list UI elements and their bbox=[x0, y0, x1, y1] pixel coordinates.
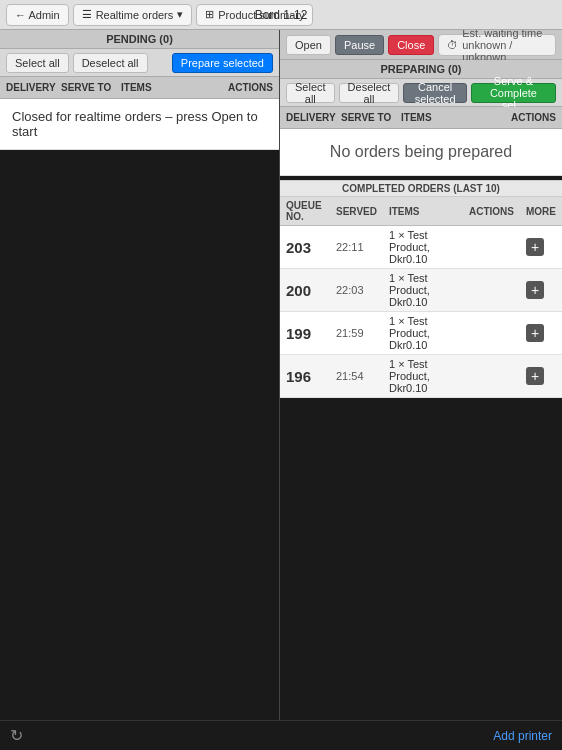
left-col-headers: DELIVERY SERVE TO ITEMS ACTIONS bbox=[0, 77, 279, 99]
dropdown-icon: ▾ bbox=[177, 8, 183, 21]
right-col-serve-to: SERVE TO bbox=[341, 112, 401, 123]
items-cell: 1 × Test Product, Dkr0.10 bbox=[383, 312, 463, 355]
table-row: 199 21:59 1 × Test Product, Dkr0.10 + bbox=[280, 312, 562, 355]
right-select-all-button[interactable]: Select all bbox=[286, 83, 335, 103]
table-row: 200 22:03 1 × Test Product, Dkr0.10 + bbox=[280, 269, 562, 312]
actions-cell bbox=[463, 355, 520, 398]
product-summary-button[interactable]: ⊞ Product summary bbox=[196, 4, 313, 26]
close-button[interactable]: Close bbox=[388, 35, 434, 55]
col-items-header: ITEMS bbox=[383, 197, 463, 226]
closed-message: Closed for realtime orders – press Open … bbox=[0, 99, 279, 150]
est-waiting-display: ⏱ Est. waiting time unknown / unknown bbox=[438, 34, 556, 56]
actions-cell bbox=[463, 269, 520, 312]
more-button-0[interactable]: + bbox=[526, 238, 544, 256]
queue-no-cell: 199 bbox=[280, 312, 330, 355]
items-cell: 1 × Test Product, Dkr0.10 bbox=[383, 355, 463, 398]
admin-button[interactable]: ← Admin bbox=[6, 4, 69, 26]
left-col-serve-to: SERVE TO bbox=[61, 82, 121, 93]
left-col-actions: ACTIONS bbox=[213, 82, 273, 93]
completed-orders-table: QUEUE NO. SERVED ITEMS ACTIONS MORE 203 … bbox=[280, 197, 562, 398]
realtime-orders-button[interactable]: ☰ Realtime orders ▾ bbox=[73, 4, 193, 26]
items-cell: 1 × Test Product, Dkr0.10 bbox=[383, 226, 463, 269]
table-icon: ☰ bbox=[82, 8, 92, 21]
est-waiting-label: Est. waiting time unknown / unknown bbox=[462, 27, 547, 63]
realtime-orders-label: Realtime orders bbox=[96, 9, 174, 21]
more-cell: + bbox=[520, 312, 562, 355]
table-row: 196 21:54 1 × Test Product, Dkr0.10 + bbox=[280, 355, 562, 398]
left-select-all-button[interactable]: Select all bbox=[6, 53, 69, 73]
col-served: SERVED bbox=[330, 197, 383, 226]
actions-cell bbox=[463, 312, 520, 355]
open-button[interactable]: Open bbox=[286, 35, 331, 55]
col-queue-no: QUEUE NO. bbox=[280, 197, 330, 226]
prepare-selected-button[interactable]: Prepare selected bbox=[172, 53, 273, 73]
more-cell: + bbox=[520, 355, 562, 398]
col-more-header: MORE bbox=[520, 197, 562, 226]
actions-cell bbox=[463, 226, 520, 269]
more-button-1[interactable]: + bbox=[526, 281, 544, 299]
left-deselect-all-button[interactable]: Deselect all bbox=[73, 53, 148, 73]
cancel-selected-button[interactable]: Cancel selected bbox=[403, 83, 466, 103]
no-orders-message: No orders being prepared bbox=[280, 129, 562, 176]
more-cell: + bbox=[520, 226, 562, 269]
clock-icon: ⏱ bbox=[447, 39, 458, 51]
completed-header: COMPLETED ORDERS (LAST 10) bbox=[280, 180, 562, 197]
right-col-actions: ACTIONS bbox=[496, 112, 556, 123]
left-col-items: ITEMS bbox=[121, 82, 213, 93]
items-cell: 1 × Test Product, Dkr0.10 bbox=[383, 269, 463, 312]
add-printer-link[interactable]: Add printer bbox=[493, 729, 552, 743]
left-col-delivery: DELIVERY bbox=[6, 82, 61, 93]
queue-no-cell: 203 bbox=[280, 226, 330, 269]
pending-header: PENDING (0) bbox=[0, 30, 279, 49]
grid-icon: ⊞ bbox=[205, 8, 214, 21]
queue-no-cell: 200 bbox=[280, 269, 330, 312]
more-button-2[interactable]: + bbox=[526, 324, 544, 342]
col-actions-header: ACTIONS bbox=[463, 197, 520, 226]
table-row: 203 22:11 1 × Test Product, Dkr0.10 + bbox=[280, 226, 562, 269]
served-cell: 21:59 bbox=[330, 312, 383, 355]
served-cell: 22:11 bbox=[330, 226, 383, 269]
refresh-icon[interactable]: ↻ bbox=[10, 726, 23, 745]
right-action-row: Select all Deselect all Cancel selected … bbox=[280, 79, 562, 107]
admin-label: ← Admin bbox=[15, 9, 60, 21]
pause-button[interactable]: Pause bbox=[335, 35, 384, 55]
more-cell: + bbox=[520, 269, 562, 312]
right-col-items: ITEMS bbox=[401, 112, 496, 123]
right-deselect-all-button[interactable]: Deselect all bbox=[339, 83, 400, 103]
more-button-3[interactable]: + bbox=[526, 367, 544, 385]
right-col-headers: DELIVERY SERVE TO ITEMS ACTIONS bbox=[280, 107, 562, 129]
left-action-row: Select all Deselect all Prepare selected bbox=[0, 49, 279, 77]
right-col-delivery: DELIVERY bbox=[286, 112, 341, 123]
served-cell: 21:54 bbox=[330, 355, 383, 398]
product-summary-label: Product summary bbox=[218, 9, 304, 21]
served-cell: 22:03 bbox=[330, 269, 383, 312]
right-top-controls: Open Pause Close ⏱ Est. waiting time unk… bbox=[280, 30, 562, 60]
serve-complete-button[interactable]: Serve & Complete sel... bbox=[471, 83, 556, 103]
queue-no-cell: 196 bbox=[280, 355, 330, 398]
completed-col-headers: QUEUE NO. SERVED ITEMS ACTIONS MORE bbox=[280, 197, 562, 226]
